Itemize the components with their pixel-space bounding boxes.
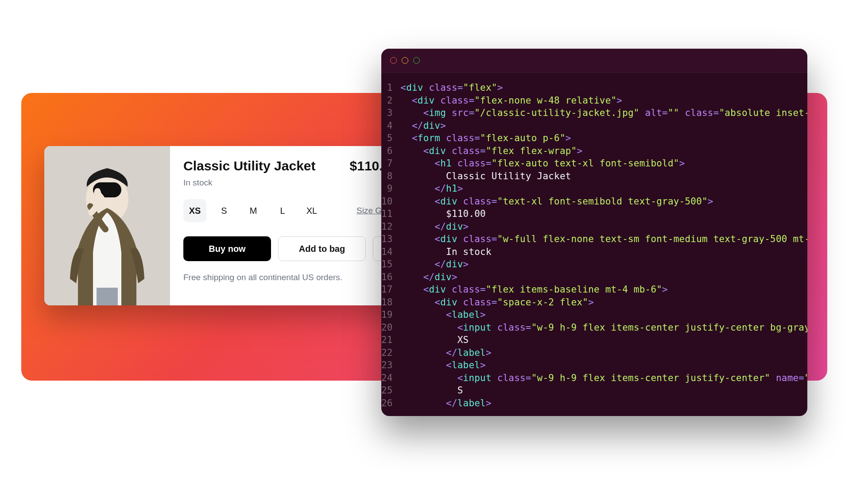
size-options: XSSMLXL (183, 199, 352, 222)
add-to-bag-button[interactable]: Add to bag (278, 236, 366, 261)
size-option-l[interactable]: L (271, 199, 294, 222)
shipping-note: Free shipping on all continental US orde… (183, 273, 398, 282)
svg-rect-3 (97, 288, 118, 305)
code-content[interactable]: <div class="flex"> <div class="flex-none… (398, 73, 807, 416)
window-titlebar (381, 49, 807, 73)
close-icon[interactable] (390, 57, 397, 64)
buy-now-button[interactable]: Buy now (183, 236, 271, 261)
code-editor-window: 1 2 3 4 5 6 7 8 9 10 11 12 13 14 15 16 1… (381, 49, 807, 416)
product-title: Classic Utility Jacket (183, 158, 316, 173)
product-image (44, 146, 170, 305)
size-option-m[interactable]: M (242, 199, 265, 222)
size-option-xl[interactable]: XL (300, 199, 323, 222)
line-number-gutter: 1 2 3 4 5 6 7 8 9 10 11 12 13 14 15 16 1… (381, 73, 398, 416)
minimize-icon[interactable] (402, 57, 408, 64)
size-option-xs[interactable]: XS (183, 199, 206, 222)
maximize-icon[interactable] (413, 57, 420, 64)
product-card: Classic Utility Jacket $110.00 In stock … (44, 146, 407, 305)
product-body: Classic Utility Jacket $110.00 In stock … (170, 146, 407, 305)
stock-status: In stock (183, 178, 398, 188)
size-option-s[interactable]: S (213, 199, 236, 222)
